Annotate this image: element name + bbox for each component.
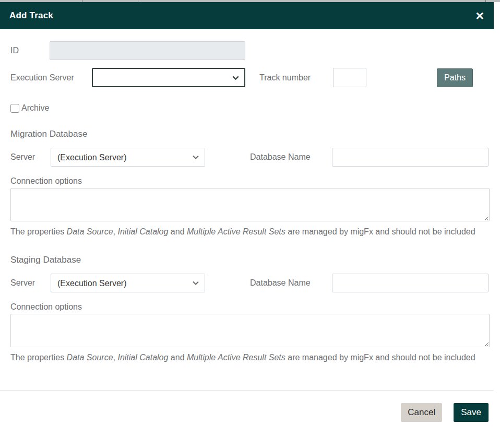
- save-button[interactable]: Save: [454, 403, 489, 422]
- migration-server-select-wrap: (Execution Server): [51, 148, 205, 167]
- migration-connection-options-label: Connection options: [10, 176, 489, 186]
- migration-connection-options-textarea[interactable]: [10, 188, 490, 221]
- modal-title: Add Track: [9, 10, 53, 21]
- note-segment: are managed by migFx and should not be i…: [285, 227, 475, 236]
- migration-server-select[interactable]: (Execution Server): [51, 148, 205, 167]
- migration-note-text: The properties Data Source, Initial Cata…: [10, 225, 486, 239]
- modal-body: ID Execution Server Track number Paths A…: [0, 41, 494, 364]
- modal-header: Add Track ✕: [0, 2, 494, 29]
- close-icon[interactable]: ✕: [475, 10, 484, 21]
- note-em: Initial Catalog: [117, 227, 168, 236]
- note-em: Multiple Active Result Sets: [187, 353, 285, 362]
- staging-server-row: Server (Execution Server) Database Name: [10, 274, 489, 292]
- cancel-button[interactable]: Cancel: [401, 403, 442, 422]
- staging-server-select-wrap: (Execution Server): [51, 274, 205, 292]
- execution-server-label: Execution Server: [10, 73, 92, 82]
- note-segment: The properties: [10, 227, 67, 236]
- staging-database-name-label: Database Name: [250, 278, 319, 288]
- note-em: Data Source: [67, 353, 113, 362]
- id-input: [50, 41, 245, 60]
- paths-button[interactable]: Paths: [437, 68, 473, 87]
- background-divider: [485, 0, 486, 2]
- note-segment: and: [168, 227, 187, 236]
- execution-server-select-wrap: [92, 68, 245, 87]
- migration-database-heading: Migration Database: [10, 129, 489, 139]
- note-em: Data Source: [67, 227, 113, 236]
- staging-connection-options-label: Connection options: [10, 302, 489, 312]
- staging-database-heading: Staging Database: [10, 255, 489, 265]
- archive-row: Archive: [10, 103, 489, 113]
- staging-database-name-input[interactable]: [332, 274, 489, 292]
- note-segment: are managed by migFx and should not be i…: [285, 353, 475, 362]
- staging-note-text: The properties Data Source, Initial Cata…: [10, 350, 486, 364]
- add-track-modal: Add Track ✕ ID Execution Server Track nu…: [0, 2, 494, 434]
- id-row: ID: [10, 41, 489, 60]
- archive-checkbox[interactable]: [10, 104, 19, 113]
- execution-server-row: Execution Server Track number Paths: [10, 68, 489, 87]
- id-label: ID: [10, 46, 50, 55]
- note-segment: The properties: [10, 353, 67, 362]
- track-number-label: Track number: [259, 73, 311, 82]
- track-number-input[interactable]: [333, 68, 366, 87]
- background-divider: [82, 0, 82, 2]
- staging-server-label: Server: [10, 278, 51, 288]
- migration-server-row: Server (Execution Server) Database Name: [10, 148, 489, 167]
- migration-server-label: Server: [10, 152, 51, 162]
- note-em: Multiple Active Result Sets: [187, 227, 285, 236]
- execution-server-select[interactable]: [92, 68, 245, 87]
- migration-database-name-input[interactable]: [332, 148, 489, 167]
- archive-label: Archive: [21, 103, 49, 113]
- modal-footer: Cancel Save: [0, 390, 494, 434]
- staging-server-select[interactable]: (Execution Server): [51, 274, 205, 292]
- note-segment: and: [168, 353, 187, 362]
- migration-database-name-label: Database Name: [250, 152, 319, 162]
- background-page-strip: [0, 0, 500, 2]
- staging-connection-options-textarea[interactable]: [10, 314, 490, 347]
- note-em: Initial Catalog: [117, 353, 168, 362]
- background-divider: [138, 0, 138, 2]
